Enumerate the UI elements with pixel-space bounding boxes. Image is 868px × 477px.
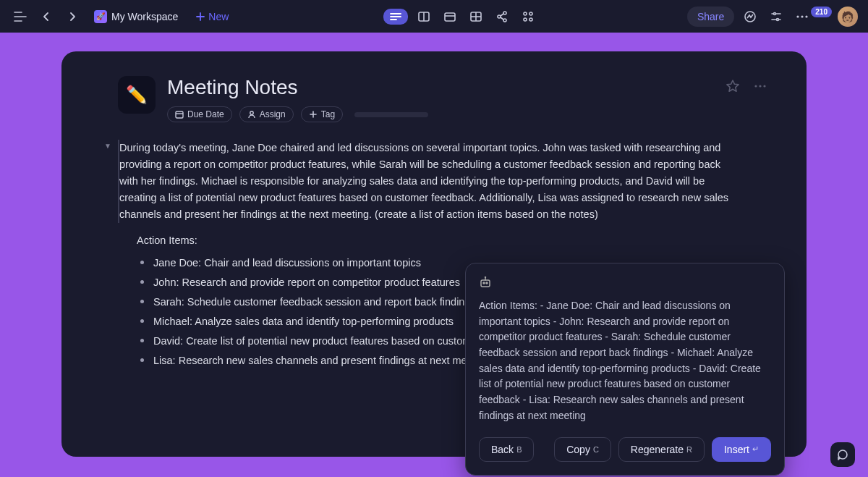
- avatar[interactable]: 🧑🏽: [838, 7, 858, 27]
- menu-icon[interactable]: [10, 7, 30, 27]
- svg-line-18: [501, 14, 503, 16]
- more-icon[interactable]: [792, 7, 812, 27]
- notification-badge: 210: [811, 7, 832, 17]
- share-network-icon[interactable]: [492, 7, 512, 27]
- svg-point-17: [503, 19, 506, 22]
- svg-point-39: [759, 85, 761, 87]
- svg-point-34: [250, 111, 253, 114]
- due-date-button[interactable]: Due Date: [167, 106, 232, 122]
- svg-point-21: [529, 12, 532, 15]
- svg-point-45: [486, 282, 488, 284]
- svg-point-28: [777, 18, 779, 20]
- view-table-icon[interactable]: [466, 7, 486, 27]
- svg-point-43: [485, 277, 486, 278]
- activity-icon[interactable]: [740, 7, 760, 27]
- forward-icon[interactable]: [62, 7, 82, 27]
- doc-emoji-icon[interactable]: ✏️: [118, 76, 156, 114]
- svg-point-22: [524, 18, 527, 21]
- assign-label: Assign: [260, 109, 286, 119]
- svg-rect-41: [481, 280, 490, 287]
- document: ✏️ Meeting Notes Due Date Assign Tag: [61, 51, 807, 457]
- view-modules-icon[interactable]: [518, 7, 538, 27]
- svg-marker-37: [727, 80, 739, 91]
- help-chat-icon[interactable]: [830, 442, 855, 467]
- ai-robot-icon: [479, 277, 771, 288]
- workspace-button[interactable]: 🚀 My Workspace: [88, 7, 184, 26]
- svg-point-15: [503, 12, 506, 14]
- back-button[interactable]: Back B: [479, 437, 534, 462]
- svg-point-20: [524, 12, 527, 15]
- toggle-caret-icon[interactable]: ▼: [104, 142, 111, 150]
- assign-button[interactable]: Assign: [239, 106, 294, 122]
- view-split-icon[interactable]: [414, 7, 434, 27]
- view-page-icon[interactable]: [383, 9, 408, 25]
- share-button[interactable]: Share: [687, 7, 734, 27]
- svg-point-23: [529, 18, 532, 21]
- star-icon[interactable]: [723, 76, 743, 96]
- regenerate-button[interactable]: Regenerate R: [618, 437, 705, 462]
- view-calendar-icon[interactable]: [440, 7, 460, 27]
- svg-rect-10: [445, 13, 455, 21]
- svg-point-44: [483, 282, 485, 284]
- page-title[interactable]: Meeting Notes: [167, 76, 711, 99]
- svg-point-29: [797, 15, 799, 17]
- insert-button[interactable]: Insert ↵: [712, 437, 771, 462]
- settings-sliders-icon[interactable]: [766, 7, 786, 27]
- svg-point-26: [774, 12, 776, 14]
- svg-rect-32: [176, 111, 183, 118]
- summary-block[interactable]: During today's meeting, Jane Doe chaired…: [118, 140, 770, 223]
- new-label: New: [208, 11, 229, 22]
- share-label: Share: [697, 11, 724, 22]
- ai-panel: Action Items: - Jane Doe: Chair and lead…: [465, 263, 785, 476]
- svg-point-30: [801, 15, 804, 17]
- tag-button[interactable]: Tag: [301, 106, 343, 122]
- action-items-heading: Action Items:: [137, 235, 770, 246]
- topbar: 🚀 My Workspace New Share: [0, 0, 868, 33]
- due-date-label: Due Date: [187, 109, 224, 119]
- svg-point-40: [763, 85, 765, 87]
- svg-point-31: [806, 15, 808, 17]
- svg-point-38: [754, 85, 757, 87]
- svg-line-19: [501, 17, 503, 20]
- new-button[interactable]: New: [190, 8, 234, 25]
- svg-point-16: [498, 15, 501, 18]
- workspace-label: My Workspace: [111, 11, 178, 22]
- copy-button[interactable]: Copy C: [554, 437, 611, 462]
- summary-text: During today's meeting, Jane Doe chaired…: [119, 140, 770, 223]
- doc-more-icon[interactable]: [750, 76, 770, 96]
- workspace-icon: 🚀: [94, 10, 107, 23]
- progress-bar: [354, 112, 428, 117]
- ai-response-text: Action Items: - Jane Doe: Chair and lead…: [479, 298, 771, 424]
- tag-label: Tag: [321, 109, 335, 119]
- back-icon[interactable]: [36, 7, 56, 27]
